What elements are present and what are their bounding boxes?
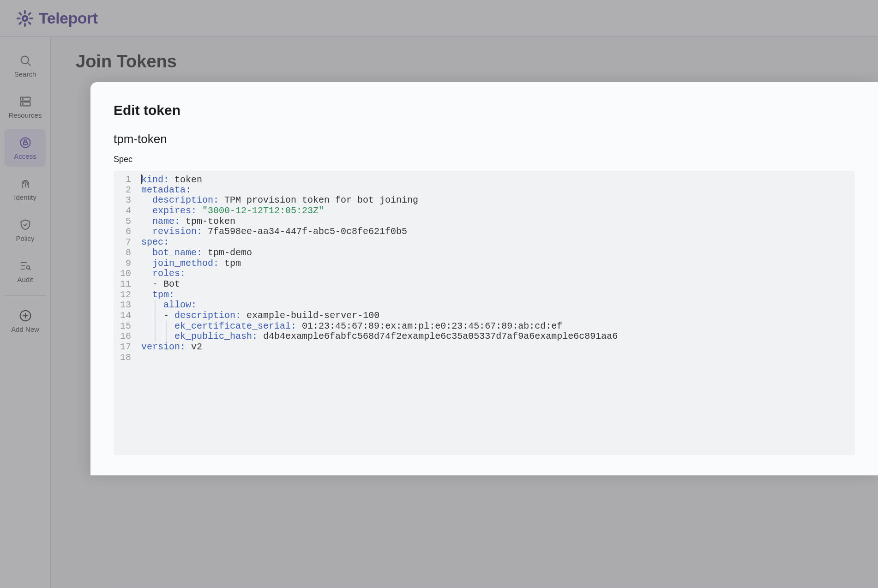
token-name: tpm-token — [114, 132, 855, 146]
line-gutter: 123456789101112131415161718 — [114, 174, 141, 363]
yaml-editor[interactable]: 123456789101112131415161718 kind: tokenm… — [114, 171, 855, 455]
edit-token-panel: Edit token tpm-token Spec 12345678910111… — [90, 82, 878, 475]
code-content[interactable]: kind: tokenmetadata: description: TPM pr… — [141, 174, 855, 363]
spec-label: Spec — [114, 155, 855, 164]
panel-title: Edit token — [114, 102, 855, 118]
modal-overlay[interactable]: Edit token tpm-token Spec 12345678910111… — [0, 0, 878, 588]
